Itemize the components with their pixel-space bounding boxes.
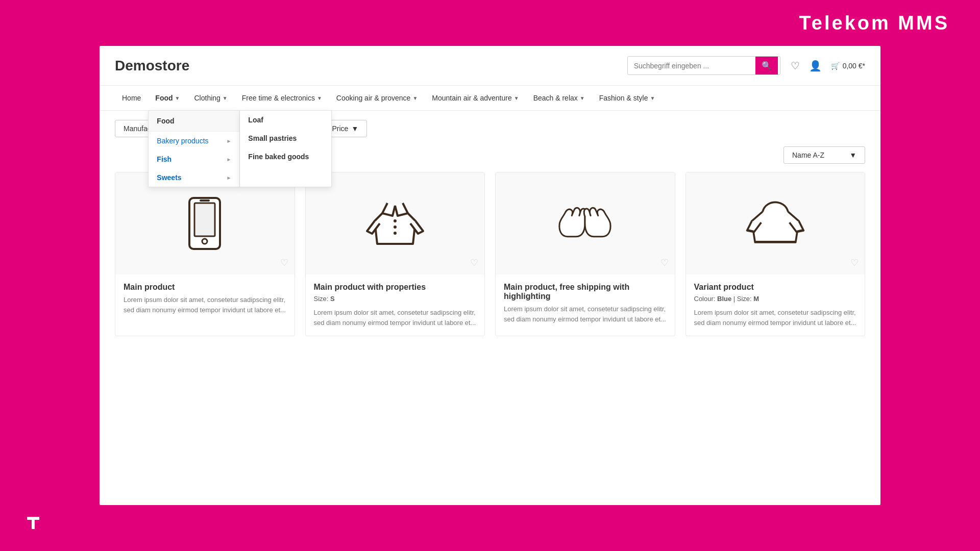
logo-store: store xyxy=(155,58,189,73)
cart-price: 0,00 €* xyxy=(843,62,865,70)
nav-mountain-adventure[interactable]: Mountain air & adventure ▼ xyxy=(425,86,526,110)
svg-rect-10 xyxy=(27,517,39,520)
product-name-4: Variant product xyxy=(694,283,857,292)
wishlist-btn-2[interactable]: ♡ xyxy=(470,257,478,268)
jacket-icon xyxy=(364,193,426,254)
bottom-branding xyxy=(20,510,46,536)
header-icons: ♡ 👤 🛒 0,00 €* xyxy=(791,60,865,72)
search-button[interactable]: 🔍 xyxy=(755,57,778,74)
clothing-chevron-icon: ▼ xyxy=(223,95,228,101)
nav-clothing[interactable]: Clothing ▼ xyxy=(187,86,234,110)
product-info-1: Main product Lorem ipsum dolor sit amet,… xyxy=(115,274,295,323)
cart-button[interactable]: 🛒 0,00 €* xyxy=(831,62,865,70)
mountain-chevron-icon: ▼ xyxy=(514,95,519,101)
svg-rect-1 xyxy=(194,203,215,236)
sort-select[interactable]: Name A-Z ▼ xyxy=(783,146,865,164)
svg-rect-3 xyxy=(200,199,210,202)
cart-icon: 🛒 xyxy=(831,62,840,70)
t-icon xyxy=(25,515,41,531)
product-image-2: ♡ xyxy=(306,172,485,274)
svg-point-6 xyxy=(394,232,397,235)
bakery-submenu: Loaf Small pastries Fine baked goods xyxy=(240,110,332,187)
logo-demo: Demo xyxy=(115,58,155,73)
wishlist-btn-4[interactable]: ♡ xyxy=(850,257,859,268)
product-card-1[interactable]: ♡ Main product Lorem ipsum dolor sit ame… xyxy=(115,172,295,336)
gloves-icon xyxy=(554,193,616,254)
nav-fashion-style[interactable]: Fashion & style ▼ xyxy=(592,86,663,110)
fashion-chevron-icon: ▼ xyxy=(650,95,655,101)
nav-home[interactable]: Home xyxy=(115,86,148,110)
product-attrs-4: Colour: Blue | Size: M xyxy=(694,295,857,303)
search-input[interactable] xyxy=(628,58,755,74)
product-name-3: Main product, free shipping with highlig… xyxy=(504,283,667,301)
food-chevron-icon: ▼ xyxy=(175,95,180,101)
price-chevron-icon: ▼ xyxy=(351,124,358,133)
mms-bold-text: MMS xyxy=(898,12,949,34)
product-name-2: Main product with properties xyxy=(314,283,477,292)
search-bar: 🔍 xyxy=(627,56,780,75)
store-container: Demostore 🔍 ♡ 👤 🛒 0,00 €* Home Food ▼ Fo xyxy=(100,46,880,505)
free-time-chevron-icon: ▼ xyxy=(317,95,322,101)
product-card-3[interactable]: ♡ Main product, free shipping with highl… xyxy=(495,172,675,336)
svg-rect-11 xyxy=(32,520,35,529)
submenu-small-pastries[interactable]: Small pastries xyxy=(240,129,331,147)
product-info-3: Main product, free shipping with highlig… xyxy=(496,274,675,332)
product-desc-2: Lorem ipsum dolor sit amet, consetetur s… xyxy=(314,308,477,328)
store-header: Demostore 🔍 ♡ 👤 🛒 0,00 €* xyxy=(100,46,880,86)
sort-label: Name A-Z xyxy=(792,151,824,159)
wishlist-btn-3[interactable]: ♡ xyxy=(660,257,669,268)
product-card-4[interactable]: ♡ Variant product Colour: Blue | Size: M… xyxy=(685,172,866,336)
product-desc-4: Lorem ipsum dolor sit amet, consetetur s… xyxy=(694,308,857,328)
telekom-t-logo xyxy=(20,510,46,536)
bakery-chevron-icon: ► xyxy=(226,138,231,144)
product-info-2: Main product with properties Size: S Lor… xyxy=(306,274,485,336)
product-desc-3: Lorem ipsum dolor sit amet, consetetur s… xyxy=(504,304,667,324)
svg-point-4 xyxy=(394,219,397,222)
product-info-4: Variant product Colour: Blue | Size: M L… xyxy=(686,274,865,336)
sweets-chevron-icon: ► xyxy=(226,175,231,181)
product-grid: ♡ Main product Lorem ipsum dolor sit ame… xyxy=(100,172,880,352)
nav-cooking-provence[interactable]: Cooking air & provence ▼ xyxy=(329,86,425,110)
product-card-2[interactable]: ♡ Main product with properties Size: S L… xyxy=(305,172,485,336)
dropdown-sweets[interactable]: Sweets ► xyxy=(149,168,239,187)
svg-point-5 xyxy=(394,226,397,229)
product-name-1: Main product xyxy=(124,283,286,292)
submenu-loaf[interactable]: Loaf xyxy=(240,111,331,129)
sort-chevron-icon: ▼ xyxy=(849,151,856,159)
food-dropdown-level1: Food Bakery products ► Fish ► Sweets ► xyxy=(148,110,240,187)
sweater-icon xyxy=(745,193,806,254)
account-icon[interactable]: 👤 xyxy=(809,60,822,72)
cooking-chevron-icon: ▼ xyxy=(412,95,418,101)
wishlist-icon[interactable]: ♡ xyxy=(791,60,800,72)
dropdown-bakery[interactable]: Bakery products ► xyxy=(149,132,239,150)
nav-food[interactable]: Food ▼ Food Bakery products ► Fish ► Swe… xyxy=(148,86,187,110)
telekom-mms-logo: Telekom MMS xyxy=(799,12,949,34)
product-image-1: ♡ xyxy=(115,172,295,274)
fish-chevron-icon: ► xyxy=(226,157,231,162)
telekom-text: Telekom xyxy=(799,12,898,34)
product-image-4: ♡ xyxy=(686,172,865,274)
product-attrs-2: Size: S xyxy=(314,295,477,303)
product-image-3: ♡ xyxy=(496,172,675,274)
top-banner: Telekom MMS xyxy=(0,0,980,46)
nav-bar: Home Food ▼ Food Bakery products ► Fish … xyxy=(100,86,880,111)
wishlist-btn-1[interactable]: ♡ xyxy=(280,257,288,268)
food-dropdown-header: Food xyxy=(149,111,239,132)
phone-icon xyxy=(174,193,235,254)
beach-chevron-icon: ▼ xyxy=(580,95,585,101)
dropdown-fish[interactable]: Fish ► xyxy=(149,150,239,168)
product-desc-1: Lorem ipsum dolor sit amet, consetetur s… xyxy=(124,295,286,315)
store-logo: Demostore xyxy=(115,58,189,74)
food-dropdown: Food Bakery products ► Fish ► Sweets ► xyxy=(148,110,332,187)
submenu-fine-baked[interactable]: Fine baked goods xyxy=(240,147,331,166)
nav-beach-relax[interactable]: Beach & relax ▼ xyxy=(526,86,592,110)
nav-free-time-electronics[interactable]: Free time & electronics ▼ xyxy=(235,86,329,110)
